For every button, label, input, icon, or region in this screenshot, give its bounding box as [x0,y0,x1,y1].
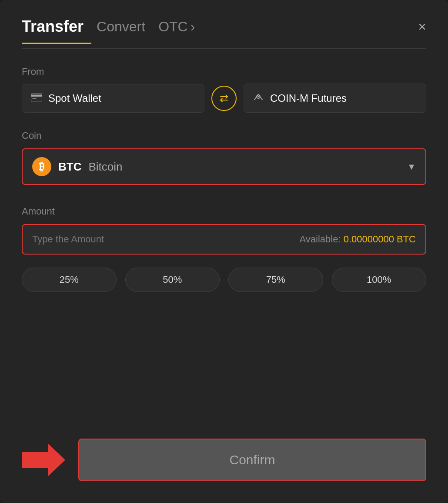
arrow-right-icon [22,443,65,476]
from-wallet-label: Spot Wallet [48,92,101,104]
modal-header: Transfer Convert OTC › × [22,17,426,36]
tab-otc[interactable]: OTC › [158,19,195,35]
otc-arrow-icon: › [191,19,195,35]
confirm-row: Confirm [22,439,426,481]
from-wallet-selector[interactable]: Spot Wallet [22,84,204,113]
active-tab-underline [22,43,91,44]
transfer-modal: Transfer Convert OTC › × From Spot Walle… [0,0,448,503]
chevron-down-icon: ▼ [407,162,416,172]
swap-icon: ⇄ [220,92,228,104]
swap-button[interactable]: ⇄ [211,86,237,111]
wallet-icon [31,93,42,104]
confirm-button[interactable]: Confirm [78,439,426,481]
svg-rect-0 [31,94,42,101]
from-label: From [22,66,44,77]
amount-box: Available: 0.00000000 BTC [22,224,426,255]
percent-100-button[interactable]: 100% [332,268,427,292]
percent-75-button[interactable]: 75% [228,268,323,292]
btc-icon: ₿ [32,157,51,176]
coin-full-name: Bitcoin [88,160,122,174]
futures-icon [253,92,264,104]
amount-input[interactable] [32,234,141,245]
coin-label: Coin [22,130,426,141]
tab-transfer[interactable]: Transfer [22,17,84,36]
amount-label: Amount [22,206,426,217]
svg-marker-5 [22,443,65,476]
close-button[interactable]: × [418,20,426,34]
header-divider [22,48,426,49]
coin-selector[interactable]: ₿ BTC Bitcoin ▼ [22,148,426,185]
available-text: Available: 0.00000000 BTC [300,234,416,245]
tab-convert[interactable]: Convert [97,19,145,35]
from-to-row: Spot Wallet ⇄ COIN-M Futures [22,84,426,113]
to-wallet-label: COIN-M Futures [270,92,347,104]
from-to-labels-row: From [22,66,426,77]
coin-symbol: BTC [58,160,81,174]
arrow-container [22,443,65,476]
percent-50-button[interactable]: 50% [125,268,220,292]
svg-rect-1 [31,95,42,97]
percent-25-button[interactable]: 25% [22,268,117,292]
to-wallet-selector[interactable]: COIN-M Futures [244,84,426,113]
svg-point-4 [258,96,259,97]
available-value: 0.00000000 BTC [344,234,416,245]
percent-row: 25% 50% 75% 100% [22,268,426,292]
